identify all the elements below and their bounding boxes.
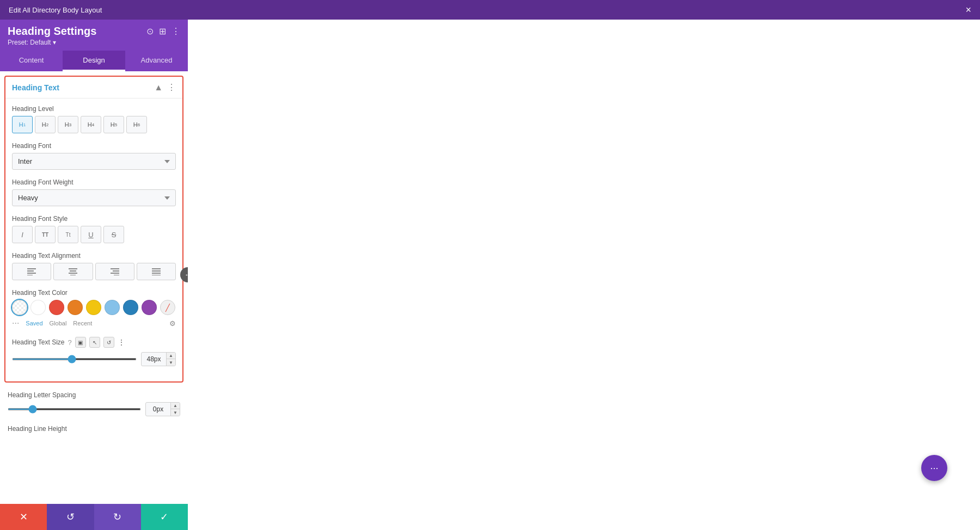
- collapse-icon[interactable]: ▲: [154, 83, 163, 93]
- section-header: Heading Text ▲ ⋮: [5, 77, 182, 98]
- text-size-more-icon[interactable]: ⋮: [118, 338, 125, 347]
- heading-letter-spacing-label: Heading Letter Spacing: [8, 391, 180, 399]
- color-swatch-red[interactable]: [49, 300, 64, 315]
- text-size-header: Heading Text Size ? ▣ ↖ ↺ ⋮: [12, 337, 176, 348]
- letter-spacing-up-button[interactable]: ▲: [171, 403, 180, 409]
- letter-spacing-spinners: ▲ ▼: [170, 403, 180, 416]
- heading-font-style-group: Heading Font Style I TT Tt U S: [12, 215, 176, 243]
- sidebar-content: Heading Text ▲ ⋮ Heading Level H1 H2 H3: [0, 71, 188, 530]
- color-swatch-orange[interactable]: [68, 300, 83, 315]
- align-buttons: [12, 263, 176, 280]
- color-dropper[interactable]: ╱: [160, 300, 175, 315]
- heading-font-group: Heading Font Inter Default Roboto Open S…: [12, 142, 176, 170]
- capitalize-button[interactable]: Tt: [58, 226, 78, 243]
- color-tab-saved[interactable]: Saved: [26, 320, 42, 326]
- heading-letter-spacing-section: Heading Letter Spacing ▲ ▼: [0, 387, 188, 421]
- h3-button[interactable]: H3: [58, 116, 78, 133]
- heading-text-size-group: Heading Text Size ? ▣ ↖ ↺ ⋮: [12, 337, 176, 366]
- size-input-wrap: ▲ ▼: [141, 352, 176, 366]
- sidebar-title: Heading Settings: [8, 25, 96, 38]
- heading-font-weight-label: Heading Font Weight: [12, 178, 176, 186]
- canvas-area: ···: [188, 20, 980, 530]
- color-swatch-transparent[interactable]: [12, 300, 27, 315]
- cursor-icon[interactable]: ↖: [89, 337, 100, 348]
- heading-text-size-label: Heading Text Size: [12, 338, 65, 346]
- undo-button[interactable]: ↺: [47, 504, 94, 530]
- heading-text-alignment-label: Heading Text Alignment: [12, 252, 176, 260]
- h5-button[interactable]: H5: [103, 116, 124, 133]
- text-size-slider[interactable]: [12, 358, 137, 360]
- cancel-button[interactable]: ✕: [0, 504, 47, 530]
- color-tab-global[interactable]: Global: [50, 320, 67, 326]
- tab-content[interactable]: Content: [0, 51, 63, 71]
- save-button[interactable]: ✓: [141, 504, 188, 530]
- color-settings-icon[interactable]: ⚙: [169, 319, 176, 328]
- heading-level-group: Heading Level H1 H2 H3 H4 H5 H6: [12, 105, 176, 133]
- size-up-button[interactable]: ▲: [167, 353, 175, 359]
- top-bar: Edit All Directory Body Layout ×: [0, 0, 980, 20]
- section-title: Heading Text: [12, 83, 59, 92]
- slider-row: ▲ ▼: [12, 352, 176, 366]
- letter-spacing-slider-row: ▲ ▼: [8, 402, 180, 416]
- italic-button[interactable]: I: [12, 226, 33, 243]
- redo-button[interactable]: ↻: [94, 504, 141, 530]
- preset-link[interactable]: Preset: Default ▾: [8, 39, 56, 46]
- reset-icon[interactable]: ↺: [103, 337, 114, 348]
- h2-button[interactable]: H2: [35, 116, 56, 133]
- heading-level-label: Heading Level: [12, 105, 176, 113]
- grid-icon[interactable]: ⊞: [159, 26, 166, 36]
- sidebar-tabs: Content Design Advanced: [0, 51, 188, 71]
- color-tabs: ··· Saved Global Recent ⚙: [12, 318, 176, 328]
- heading-font-label: Heading Font: [12, 142, 176, 150]
- uppercase-button[interactable]: TT: [35, 226, 56, 243]
- help-icon[interactable]: ?: [68, 338, 72, 347]
- desktop-icon[interactable]: ▣: [75, 337, 86, 348]
- color-swatch-yellow[interactable]: [86, 300, 101, 315]
- letter-spacing-input-wrap: ▲ ▼: [145, 402, 180, 416]
- color-swatch-blue[interactable]: [123, 300, 138, 315]
- heading-text-color-group: Heading Text Color ╱: [12, 289, 176, 328]
- h4-button[interactable]: H4: [81, 116, 101, 133]
- sidebar: Heading Settings ⊙ ⊞ ⋮ Preset: Default ▾…: [0, 20, 188, 530]
- color-dots[interactable]: ···: [12, 318, 19, 328]
- letter-spacing-down-button[interactable]: ▼: [171, 409, 180, 416]
- letter-spacing-input[interactable]: [146, 403, 170, 415]
- h1-button[interactable]: H1: [12, 116, 33, 133]
- align-center-button[interactable]: [53, 263, 93, 280]
- align-right-button[interactable]: [95, 263, 134, 280]
- heading-font-weight-group: Heading Font Weight Heavy Thin Light Reg…: [12, 178, 176, 206]
- heading-text-alignment-group: Heading Text Alignment: [12, 252, 176, 280]
- heading-font-select[interactable]: Inter Default Roboto Open Sans: [12, 153, 176, 170]
- sidebar-preset: Preset: Default ▾: [8, 39, 180, 46]
- style-buttons: I TT Tt U S: [12, 226, 176, 243]
- heading-text-section: Heading Text ▲ ⋮ Heading Level H1 H2 H3: [4, 76, 183, 383]
- strikethrough-button[interactable]: S: [103, 226, 124, 243]
- heading-font-weight-select[interactable]: Heavy Thin Light Regular Medium Bold: [12, 189, 176, 206]
- more-icon[interactable]: ⋮: [171, 26, 180, 36]
- section-menu-icon[interactable]: ⋮: [167, 82, 176, 93]
- align-left-button[interactable]: [12, 263, 51, 280]
- heading-line-height-label: Heading Line Height: [8, 425, 180, 433]
- align-justify-button[interactable]: [137, 263, 176, 280]
- heading-levels: H1 H2 H3 H4 H5 H6: [12, 116, 176, 133]
- heading-text-color-label: Heading Text Color: [12, 289, 176, 297]
- color-tab-recent[interactable]: Recent: [73, 320, 92, 326]
- color-swatch-purple[interactable]: [142, 300, 157, 315]
- target-icon[interactable]: ⊙: [146, 26, 154, 36]
- color-swatch-white[interactable]: [30, 300, 46, 315]
- bottom-toolbar: ✕ ↺ ↻ ✓: [0, 504, 188, 530]
- fab-button[interactable]: ···: [921, 455, 947, 481]
- color-row: ╱: [12, 300, 176, 315]
- close-icon[interactable]: ×: [965, 5, 971, 15]
- tab-design[interactable]: Design: [63, 51, 125, 71]
- underline-button[interactable]: U: [81, 226, 101, 243]
- size-spinners: ▲ ▼: [166, 353, 175, 366]
- h6-button[interactable]: H6: [126, 116, 147, 133]
- letter-spacing-slider[interactable]: [8, 408, 141, 410]
- size-down-button[interactable]: ▼: [167, 359, 175, 366]
- section-body: Heading Level H1 H2 H3 H4 H5 H6 Heading …: [5, 98, 182, 381]
- color-swatch-light-blue[interactable]: [105, 300, 120, 315]
- tab-advanced[interactable]: Advanced: [125, 51, 188, 71]
- text-size-input[interactable]: [142, 353, 166, 365]
- heading-line-height-section: Heading Line Height: [0, 421, 188, 440]
